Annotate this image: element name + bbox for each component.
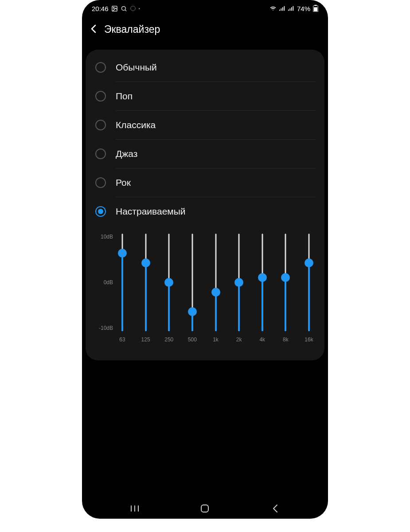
- xtick-label: 500: [186, 336, 199, 343]
- slider-fill: [262, 278, 263, 331]
- image-icon: [111, 5, 118, 12]
- preset-label: Рок: [116, 177, 131, 188]
- svg-rect-15: [314, 7, 317, 11]
- xtick-label: 4k: [256, 336, 269, 343]
- app-bar: Эквалайзер: [82, 17, 328, 42]
- eq-band-slider[interactable]: [117, 234, 127, 331]
- radio-icon: [95, 206, 106, 217]
- xtick-label: 250: [162, 336, 176, 343]
- slider-knob[interactable]: [258, 273, 267, 282]
- preset-option[interactable]: Рок: [86, 168, 324, 197]
- preset-label: Классика: [116, 120, 156, 130]
- radio-icon: [95, 149, 106, 159]
- svg-point-1: [113, 7, 114, 8]
- dot-icon: •: [139, 6, 141, 11]
- slider-fill: [168, 282, 170, 331]
- slider-knob[interactable]: [188, 307, 197, 316]
- content-panel: ОбычныйПопКлассикаДжазРокНастраиваемый 1…: [86, 50, 324, 360]
- svg-point-2: [121, 6, 125, 10]
- svg-rect-5: [279, 10, 280, 11]
- back-button[interactable]: [91, 23, 96, 35]
- xtick-label: 2k: [232, 336, 246, 343]
- radio-icon: [95, 120, 106, 130]
- svg-rect-12: [293, 6, 293, 11]
- slider-knob[interactable]: [234, 278, 243, 287]
- preset-list: ОбычныйПопКлассикаДжазРокНастраиваемый: [86, 53, 324, 226]
- slider-knob[interactable]: [281, 273, 290, 282]
- radio-icon: [95, 177, 106, 188]
- xtick-label: 16k: [302, 336, 316, 343]
- svg-rect-19: [201, 505, 208, 512]
- settings-icon: [130, 5, 136, 12]
- svg-rect-8: [284, 6, 285, 11]
- svg-rect-7: [282, 7, 283, 11]
- svg-point-4: [130, 6, 135, 11]
- signal-icon-1: [279, 6, 285, 11]
- preset-option[interactable]: Джаз: [86, 140, 324, 168]
- eq-y-axis: 10dB 0dB -10dB: [95, 234, 113, 331]
- phone-frame: 20:46 • 74%: [82, 0, 328, 519]
- status-time: 20:46: [92, 5, 109, 12]
- eq-band-slider[interactable]: [281, 234, 290, 331]
- battery-icon: [313, 5, 318, 12]
- xtick-label: 125: [139, 336, 152, 343]
- svg-line-3: [125, 10, 126, 11]
- slider-fill: [308, 263, 310, 331]
- preset-option[interactable]: Настраиваемый: [86, 197, 324, 226]
- preset-option[interactable]: Поп: [86, 82, 324, 110]
- eq-x-axis: 631252505001k2k4k8k16k: [116, 336, 316, 343]
- signal-icon-2: [288, 6, 294, 11]
- nav-bar: [82, 498, 328, 519]
- svg-rect-9: [288, 10, 289, 11]
- slider-knob[interactable]: [164, 278, 173, 287]
- svg-rect-10: [289, 8, 290, 11]
- slider-fill: [238, 282, 240, 331]
- xtick-label: 63: [116, 336, 129, 343]
- ytick-mid: 0dB: [95, 279, 113, 286]
- nav-home-button[interactable]: [196, 500, 214, 517]
- status-bar: 20:46 • 74%: [82, 0, 328, 17]
- eq-band-slider[interactable]: [141, 234, 151, 331]
- radio-icon: [95, 91, 106, 102]
- page-title: Эквалайзер: [104, 23, 160, 35]
- eq-bands: [116, 234, 316, 331]
- equalizer-chart: 10dB 0dB -10dB 631252505001k2k4k8k16k: [116, 234, 316, 343]
- wifi-icon: [269, 5, 277, 12]
- preset-label: Джаз: [116, 149, 137, 159]
- preset-option[interactable]: Классика: [86, 111, 324, 139]
- svg-rect-11: [291, 7, 292, 11]
- slider-fill: [121, 253, 123, 331]
- xtick-label: 1k: [209, 336, 223, 343]
- eq-band-slider[interactable]: [304, 234, 314, 331]
- ytick-bot: -10dB: [95, 325, 113, 331]
- battery-text: 74%: [297, 5, 310, 12]
- eq-band-slider[interactable]: [234, 234, 244, 331]
- preset-option[interactable]: Обычный: [86, 53, 324, 82]
- slider-knob[interactable]: [211, 288, 220, 297]
- radio-icon: [95, 62, 106, 73]
- preset-label: Настраиваемый: [116, 206, 186, 217]
- eq-band-slider[interactable]: [164, 234, 174, 331]
- nav-back-button[interactable]: [266, 500, 284, 517]
- slider-fill: [215, 292, 217, 331]
- slider-knob[interactable]: [305, 258, 313, 267]
- eq-band-slider[interactable]: [258, 234, 267, 331]
- nav-recent-button[interactable]: [126, 500, 144, 517]
- svg-rect-6: [281, 8, 281, 11]
- search-icon: [121, 5, 127, 12]
- eq-band-slider[interactable]: [211, 234, 221, 331]
- ytick-top: 10dB: [95, 234, 113, 240]
- slider-knob[interactable]: [118, 249, 127, 258]
- xtick-label: 8k: [279, 336, 292, 343]
- eq-band-slider[interactable]: [187, 234, 197, 331]
- slider-fill: [285, 278, 286, 331]
- preset-label: Обычный: [116, 62, 157, 73]
- slider-fill: [145, 263, 147, 331]
- preset-label: Поп: [116, 91, 133, 102]
- slider-knob[interactable]: [141, 258, 150, 267]
